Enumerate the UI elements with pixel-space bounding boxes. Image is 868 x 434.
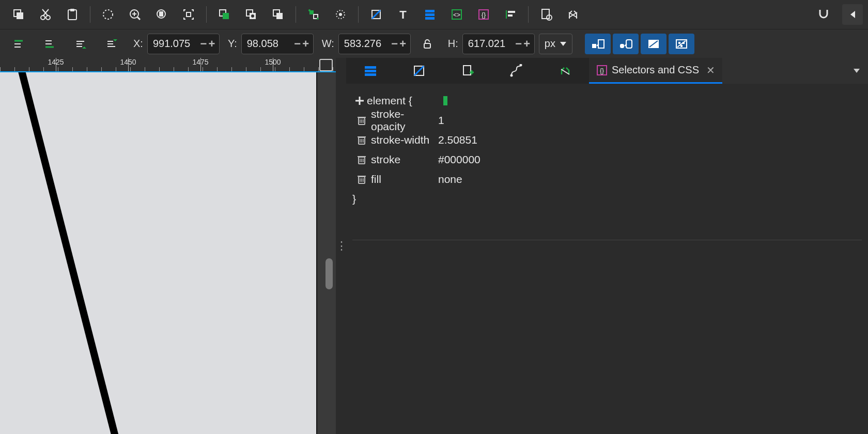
main-toolbar: T <> {}: [0, 0, 868, 29]
svg-line-73: [21, 72, 129, 434]
tab-object-properties-icon[interactable]: [540, 58, 589, 84]
decrement-icon[interactable]: −: [515, 39, 523, 49]
duplicate-icon[interactable]: [214, 4, 235, 25]
svg-point-2: [41, 16, 45, 20]
move-gradient-button[interactable]: [641, 34, 667, 54]
css-selector[interactable]: element: [367, 95, 406, 107]
h-value[interactable]: [463, 38, 515, 50]
vertical-scrollbar[interactable]: [324, 72, 334, 434]
w-value[interactable]: [339, 38, 391, 50]
property-value[interactable]: #000000: [438, 153, 481, 166]
lock-aspect-icon[interactable]: [417, 34, 438, 54]
canvas[interactable]: [0, 72, 336, 434]
delete-property-icon[interactable]: [352, 135, 371, 145]
unit-dropdown[interactable]: px: [539, 34, 572, 54]
document-properties-icon[interactable]: [563, 4, 583, 25]
svg-rect-72: [680, 45, 683, 47]
css-property-row[interactable]: stroke-width 2.50851: [352, 130, 862, 150]
tab-selectors-css[interactable]: {} Selectors and CSS ✕: [589, 58, 722, 84]
increment-icon[interactable]: +: [302, 39, 310, 49]
selectors-icon[interactable]: {}: [473, 4, 494, 25]
css-property-row[interactable]: stroke-opacity 1: [352, 111, 862, 130]
svg-point-82: [510, 74, 513, 77]
preferences-icon[interactable]: [536, 4, 556, 25]
scale-corners-button[interactable]: [613, 34, 639, 54]
scrollbar-thumb[interactable]: [326, 258, 333, 289]
select-same-icon[interactable]: [39, 34, 60, 54]
css-property-row[interactable]: fill none: [352, 169, 862, 189]
increment-icon[interactable]: +: [208, 39, 216, 49]
svg-rect-41: [508, 14, 513, 17]
add-property-icon[interactable]: [352, 96, 367, 106]
copy-icon[interactable]: [8, 4, 29, 25]
text-icon[interactable]: T: [393, 4, 413, 25]
panel-menu-icon[interactable]: [845, 58, 868, 84]
svg-text:{}: {}: [482, 11, 486, 19]
move-pattern-button[interactable]: [669, 34, 694, 54]
css-editor[interactable]: element { stroke-opacity 1 stroke-width …: [346, 84, 868, 247]
tab-paths-icon[interactable]: [492, 58, 540, 84]
display-mode-icon[interactable]: [319, 59, 333, 71]
h-label: H:: [448, 38, 458, 50]
lower-bottom-icon[interactable]: [101, 34, 122, 54]
horizontal-ruler[interactable]: 1425 1450 1475 1500 /*placeholder*/: [0, 58, 336, 72]
delete-property-icon[interactable]: [352, 115, 371, 126]
tab-new-document-icon[interactable]: [443, 58, 492, 84]
delete-property-icon[interactable]: [352, 154, 371, 165]
property-value[interactable]: none: [438, 173, 462, 185]
decrement-icon[interactable]: −: [293, 39, 302, 49]
fill-stroke-icon[interactable]: [366, 4, 386, 25]
snapping-toggle-icon[interactable]: [813, 4, 834, 25]
raise-top-icon[interactable]: [70, 34, 91, 54]
unlink-clone-icon[interactable]: [268, 4, 288, 25]
separator: [358, 6, 359, 23]
y-value[interactable]: [242, 38, 293, 50]
x-value[interactable]: [148, 38, 199, 50]
css-property-row[interactable]: stroke #000000: [352, 150, 862, 169]
panel-divider[interactable]: [352, 240, 862, 240]
property-value[interactable]: 1: [438, 114, 444, 127]
clone-icon[interactable]: [241, 4, 261, 25]
svg-rect-63: [592, 44, 596, 48]
property-name[interactable]: fill: [371, 173, 438, 185]
property-value[interactable]: 2.50851: [438, 134, 477, 146]
increment-icon[interactable]: +: [399, 39, 407, 49]
align-icon[interactable]: [500, 4, 521, 25]
ungroup-icon[interactable]: [330, 4, 351, 25]
property-name[interactable]: stroke: [371, 153, 438, 166]
xml-editor-icon[interactable]: <>: [446, 4, 467, 25]
svg-marker-56: [82, 47, 86, 49]
svg-rect-32: [425, 10, 435, 12]
svg-text:{}: {}: [600, 67, 604, 74]
ruler-tick: 1500: [265, 58, 281, 66]
zoom-drawing-icon[interactable]: [125, 4, 145, 25]
y-input[interactable]: −+: [241, 34, 314, 54]
collapse-panel-icon[interactable]: [842, 4, 863, 25]
decrement-icon[interactable]: −: [199, 39, 208, 49]
tab-fill-stroke-icon[interactable]: [395, 58, 443, 84]
h-input[interactable]: −+: [462, 34, 535, 54]
increment-icon[interactable]: +: [523, 39, 531, 49]
zoom-page-icon[interactable]: [151, 4, 172, 25]
decrement-icon[interactable]: −: [391, 39, 399, 49]
drag-handle-icon[interactable]: ⋮: [336, 239, 346, 253]
drawn-line[interactable]: [16, 72, 134, 434]
property-name[interactable]: stroke-width: [371, 134, 438, 146]
tab-layers-icon[interactable]: [346, 58, 395, 84]
select-all-layers-icon[interactable]: [8, 34, 29, 54]
group-icon[interactable]: [303, 4, 324, 25]
w-input[interactable]: −+: [338, 34, 411, 54]
delete-property-icon[interactable]: [352, 174, 371, 184]
layers-icon[interactable]: [420, 4, 440, 25]
cut-icon[interactable]: [35, 4, 56, 25]
scale-stroke-button[interactable]: [585, 34, 611, 54]
close-tab-icon[interactable]: ✕: [706, 64, 715, 76]
panel-tabs: {} Selectors and CSS ✕: [346, 58, 868, 84]
zoom-selection-icon[interactable]: [98, 4, 118, 25]
paste-icon[interactable]: [62, 4, 83, 25]
w-label: W:: [322, 38, 334, 50]
zoom-center-icon[interactable]: [178, 4, 199, 25]
property-name[interactable]: stroke-opacity: [371, 108, 438, 133]
panel-resize-gutter[interactable]: ⋮: [336, 58, 346, 434]
x-input[interactable]: −+: [147, 34, 220, 54]
